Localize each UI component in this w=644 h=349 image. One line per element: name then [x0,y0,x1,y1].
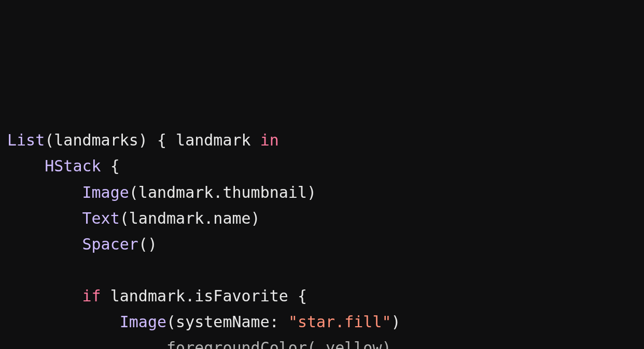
code-token: landmark.isFavorite { [101,287,307,305]
string-token: "star.fill" [288,313,391,331]
code-token: { [101,157,120,175]
indent-token [7,157,45,175]
keyword-token: in [260,131,279,149]
code-line: Image(systemName: "star.fill") [7,313,401,331]
code-token: .foregroundColor(.yellow) [157,339,391,349]
code-token: (systemName: [166,313,288,331]
keyword-token: if [82,287,101,305]
type-token: Image [120,313,166,331]
type-token: Text [82,209,120,227]
indent-token [7,313,120,331]
code-line: Spacer() [7,235,157,253]
code-token: (landmark.name) [120,209,260,227]
code-line: HStack { [7,157,120,175]
code-line: if landmark.isFavorite { [7,287,307,305]
type-token: List [7,131,45,149]
code-token: (landmarks) { landmark [45,131,260,149]
code-snippet: List(landmarks) { landmark in HStack { I… [7,127,637,349]
indent-token [7,183,82,201]
code-line: Image(landmark.thumbnail) [7,183,316,201]
code-line: List(landmarks) { landmark in [7,131,279,149]
type-token: Spacer [82,235,138,253]
code-token: ) [391,313,401,331]
indent-token [7,235,82,253]
type-token: HStack [45,157,101,175]
code-token: () [138,235,157,253]
code-line: .foregroundColor(.yellow) [7,339,391,349]
code-token: (landmark.thumbnail) [129,183,316,201]
indent-token [7,339,157,349]
indent-token [7,209,82,227]
type-token: Image [82,183,129,201]
indent-token [7,287,82,305]
code-line: Text(landmark.name) [7,209,260,227]
